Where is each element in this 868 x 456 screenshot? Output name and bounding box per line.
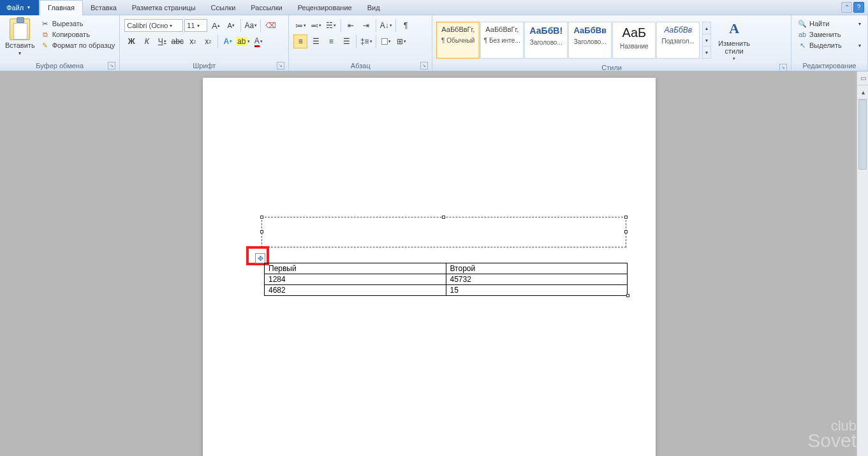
styles-scroll-down[interactable]: ▾: [703, 34, 710, 47]
vertical-scrollbar[interactable]: ▭ ▴: [857, 71, 868, 456]
tab-file[interactable]: Файл ▾: [0, 0, 40, 15]
table-cell[interactable]: 4682: [265, 285, 446, 296]
group-clipboard-label: Буфер обмена ↘: [3, 61, 117, 71]
paste-icon: [10, 18, 30, 40]
table-cell[interactable]: 45732: [446, 274, 628, 285]
ruler-toggle[interactable]: ▭: [857, 71, 868, 85]
tab-review[interactable]: Рецензирование: [290, 0, 360, 15]
document-workspace[interactable]: ✥ ПервыйВторой128445732468215: [0, 71, 857, 456]
ribbon-windowbuttons: ⌃ ?: [841, 2, 864, 13]
table-cell[interactable]: Второй: [446, 263, 628, 274]
table-cell[interactable]: 15: [446, 285, 628, 296]
style-name: Название: [614, 43, 654, 50]
chevron-down-icon: ▾: [27, 4, 30, 10]
justify-button[interactable]: ☰: [339, 34, 353, 48]
table-row[interactable]: 468215: [265, 285, 628, 296]
font-size-combo[interactable]: 11▾: [184, 19, 207, 32]
multilevel-button[interactable]: ☵: [324, 18, 338, 33]
font-launcher[interactable]: ↘: [277, 62, 284, 70]
replace-button[interactable]: ab Заменить: [797, 29, 862, 40]
style-item-4[interactable]: АаБНазвание: [612, 22, 656, 59]
change-styles-icon: A: [725, 19, 744, 38]
replace-icon: ab: [798, 30, 807, 39]
show-marks-button[interactable]: ¶: [399, 18, 413, 33]
select-button[interactable]: ↖ Выделить ▾: [797, 40, 862, 50]
align-left-button[interactable]: ≡: [293, 34, 307, 48]
paste-label: Вставить: [5, 41, 35, 49]
style-name: Подзагол...: [658, 38, 698, 45]
line-spacing-button[interactable]: ‡≡: [359, 34, 373, 48]
style-item-2[interactable]: АаБбВ!Заголово...: [524, 22, 568, 59]
tab-view[interactable]: Вид: [360, 0, 388, 15]
style-name: ¶ Обычный: [438, 37, 478, 44]
chevron-down-icon: ▾: [18, 50, 21, 56]
paragraph-launcher[interactable]: ↘: [420, 62, 428, 70]
font-name-combo[interactable]: Calibri (Осно▾: [124, 19, 183, 32]
sort-button[interactable]: A↓: [379, 18, 393, 33]
tab-file-label: Файл: [6, 4, 24, 11]
document-table[interactable]: ПервыйВторой128445732468215: [264, 263, 628, 296]
strike-button[interactable]: abc: [170, 34, 184, 48]
font-color-button[interactable]: A: [251, 34, 265, 48]
grow-font-button[interactable]: A▴: [209, 18, 223, 33]
table-row[interactable]: ПервыйВторой: [265, 263, 628, 274]
format-painter-button[interactable]: ✎ Формат по образцу: [39, 40, 117, 50]
change-case-button[interactable]: Aa: [244, 18, 258, 33]
copy-button[interactable]: ⧉ Копировать: [39, 29, 117, 40]
tab-mailings[interactable]: Рассылки: [243, 0, 290, 15]
find-button[interactable]: 🔍 Найти ▾: [797, 18, 862, 29]
clear-format-button[interactable]: ⌫: [263, 18, 277, 33]
table-move-handle[interactable]: ✥: [255, 253, 265, 263]
text-effects-button[interactable]: A: [221, 34, 235, 48]
superscript-button[interactable]: x2: [201, 34, 215, 48]
style-item-0[interactable]: АаБбВвГг,¶ Обычный: [436, 22, 480, 59]
style-item-5[interactable]: АаБбВвПодзагол...: [656, 22, 700, 59]
scrollbar-track[interactable]: [857, 99, 868, 456]
change-styles-button[interactable]: A Изменить стили ▾: [715, 17, 753, 63]
bullets-button[interactable]: ≔: [293, 18, 307, 33]
selection-rectangle[interactable]: [261, 217, 626, 247]
minimize-ribbon-button[interactable]: ⌃: [841, 2, 852, 13]
subscript-button[interactable]: x2: [186, 34, 200, 48]
styles-more[interactable]: ▾: [703, 47, 710, 58]
increase-indent-button[interactable]: ⇥: [359, 18, 373, 33]
group-font: Calibri (Осно▾ 11▾ A▴ A▾ Aa ⌫ Ж К Ч abc …: [120, 15, 289, 71]
bold-button[interactable]: Ж: [124, 34, 138, 48]
underline-button[interactable]: Ч: [155, 34, 169, 48]
align-center-button[interactable]: ☰: [309, 34, 323, 48]
align-right-button[interactable]: ≡: [324, 34, 338, 48]
decrease-indent-button[interactable]: ⇤: [344, 18, 358, 33]
style-name: ¶ Без инте...: [482, 37, 522, 44]
scrollbar-thumb[interactable]: [858, 99, 867, 170]
table-row[interactable]: 128445732: [265, 274, 628, 285]
document-page[interactable]: ✥ ПервыйВторой128445732468215: [203, 78, 656, 456]
tab-page-layout[interactable]: Разметка страницы: [124, 0, 203, 15]
highlight-button[interactable]: ab: [236, 34, 250, 48]
ribbon: Вставить ▾ ✂ Вырезать ⧉ Копировать ✎ Фор…: [0, 15, 868, 71]
italic-button[interactable]: К: [140, 34, 154, 48]
clipboard-launcher[interactable]: ↘: [108, 62, 115, 70]
paste-button[interactable]: Вставить ▾: [3, 17, 38, 57]
scroll-up-button[interactable]: ▴: [857, 85, 868, 99]
numbering-button[interactable]: ≕: [309, 18, 323, 33]
style-item-3[interactable]: АаБбВвЗаголово...: [568, 22, 612, 59]
shading-button[interactable]: [379, 34, 393, 48]
table-resize-handle[interactable]: [626, 294, 629, 297]
styles-launcher[interactable]: ↘: [779, 64, 787, 71]
tab-insert[interactable]: Вставка: [83, 0, 124, 15]
styles-scroll-up[interactable]: ▴: [703, 22, 710, 34]
group-paragraph-label: Абзац ↘: [291, 61, 429, 71]
table-cell[interactable]: 1284: [265, 274, 446, 285]
borders-button[interactable]: ⊞: [394, 34, 408, 48]
shrink-font-button[interactable]: A▾: [224, 18, 238, 33]
group-font-label: Шрифт ↘: [122, 61, 286, 71]
tab-home[interactable]: Главная: [40, 0, 83, 15]
group-paragraph: ≔ ≕ ☵ ⇤ ⇥ A↓ ¶ ≡ ☰ ≡ ☰ ‡≡ ⊞: [289, 15, 432, 71]
style-preview: АаБбВв: [665, 26, 693, 34]
scissors-icon: ✂: [41, 19, 50, 28]
style-item-1[interactable]: АаБбВвГг,¶ Без инте...: [480, 22, 524, 59]
help-button[interactable]: ?: [853, 2, 864, 13]
cut-button[interactable]: ✂ Вырезать: [39, 18, 117, 29]
tab-references[interactable]: Ссылки: [203, 0, 244, 15]
table-cell[interactable]: Первый: [265, 263, 446, 274]
